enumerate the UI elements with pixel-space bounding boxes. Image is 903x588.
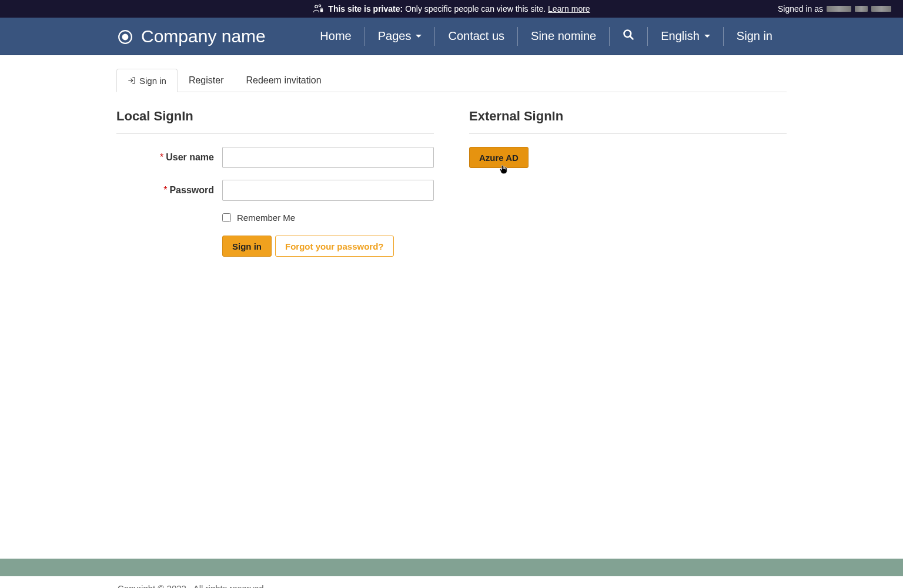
nav-sine-nomine[interactable]: Sine nomine (518, 27, 610, 46)
signed-in-status: Signed in as (778, 4, 891, 14)
signed-in-prefix: Signed in as (778, 4, 823, 14)
private-text: Only specific people can view this site. (405, 4, 546, 14)
password-label: *Password (116, 185, 222, 196)
svg-point-1 (319, 5, 321, 6)
password-input[interactable] (222, 180, 434, 201)
private-site-banner: This site is private: Only specific peop… (0, 0, 903, 18)
brand[interactable]: Company name (118, 26, 266, 46)
nav-home[interactable]: Home (307, 27, 364, 46)
nav-search[interactable] (610, 27, 648, 46)
tab-redeem[interactable]: Redeem invitation (235, 69, 332, 92)
local-signin-heading: Local SignIn (116, 109, 434, 124)
search-icon (623, 29, 634, 43)
brand-name: Company name (141, 26, 266, 46)
nav-language-label: English (661, 29, 700, 43)
private-bold-text: This site is private: (328, 4, 403, 14)
svg-point-0 (315, 5, 318, 8)
tab-signin[interactable]: Sign in (116, 69, 178, 92)
external-signin-heading: External SignIn (469, 109, 787, 124)
remember-label: Remember Me (237, 213, 295, 223)
azure-ad-button[interactable]: Azure AD (469, 147, 529, 168)
svg-rect-2 (320, 9, 323, 12)
svg-line-6 (630, 36, 633, 39)
tab-signin-label: Sign in (139, 76, 166, 86)
redacted-text (827, 6, 851, 12)
external-signin-panel: External SignIn Azure AD (469, 109, 787, 257)
nav-language[interactable]: English (648, 27, 724, 46)
remember-checkbox[interactable] (222, 213, 231, 222)
forgot-password-button[interactable]: Forgot your password? (275, 236, 394, 257)
brand-logo-icon (118, 29, 133, 44)
nav-pages-label: Pages (378, 29, 412, 43)
learn-more-link[interactable]: Learn more (548, 4, 590, 14)
people-lock-icon (313, 4, 323, 14)
redacted-text (855, 6, 868, 12)
username-label: *User name (116, 152, 222, 163)
svg-point-4 (122, 33, 129, 40)
chevron-down-icon (704, 35, 710, 38)
username-input[interactable] (222, 147, 434, 168)
nav-signin[interactable]: Sign in (724, 27, 785, 46)
nav-contact[interactable]: Contact us (435, 27, 518, 46)
redacted-text (871, 6, 891, 12)
signin-icon (128, 76, 136, 85)
main-nav: Company name Home Pages Contact us Sine … (0, 18, 903, 55)
tab-register[interactable]: Register (178, 69, 235, 92)
local-signin-panel: Local SignIn *User name *Password Rememb… (116, 109, 434, 257)
nav-pages[interactable]: Pages (365, 27, 436, 46)
auth-tabs: Sign in Register Redeem invitation (116, 68, 787, 92)
chevron-down-icon (416, 35, 422, 38)
signin-button[interactable]: Sign in (222, 236, 272, 257)
